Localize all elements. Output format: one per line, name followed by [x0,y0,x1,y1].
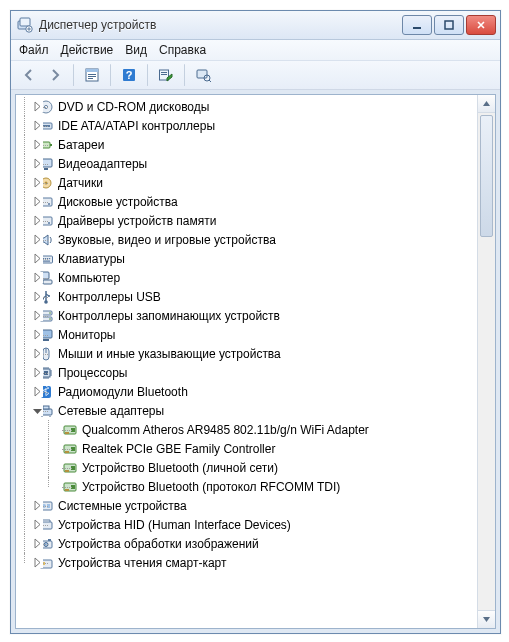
toolbar-scan-button[interactable] [154,64,178,86]
svg-rect-1 [20,18,30,26]
toolbar-help-button[interactable]: ? [117,64,141,86]
tree-item[interactable]: Видеоадаптеры [36,154,478,173]
close-button[interactable] [466,15,496,35]
tree-item[interactable]: Батареи [36,135,478,154]
tree-item-label: Драйверы устройств памяти [58,214,216,228]
expand-icon[interactable] [32,120,43,131]
tree-item[interactable]: Мониторы [36,325,478,344]
tree-item[interactable]: IDE ATA/ATAPI контроллеры [36,116,478,135]
scrollbar-up-button[interactable] [478,95,495,113]
expand-icon[interactable] [32,101,43,112]
minimize-button[interactable] [402,15,432,35]
svg-rect-7 [88,74,96,75]
tree-item[interactable]: Компьютер [36,268,478,287]
toolbar-separator [184,64,185,86]
scrollbar-thumb[interactable] [480,115,493,237]
tree-node-smartcard: Устройства чтения смарт-карт [22,553,478,572]
expand-icon[interactable] [32,177,43,188]
nic-icon [62,422,78,438]
expand-icon[interactable] [32,367,43,378]
toolbar-separator [73,64,74,86]
tree-item-label: Устройства чтения смарт-карт [58,556,226,570]
tree-item[interactable]: Датчики [36,173,478,192]
svg-rect-63 [71,466,75,470]
menu-file[interactable]: Файл [19,43,49,57]
tree-item[interactable]: Устройства чтения смарт-карт [36,553,478,572]
expand-icon[interactable] [32,139,43,150]
window-title: Диспетчер устройств [39,18,402,32]
toolbar-show-hidden-button[interactable] [191,64,215,86]
svg-rect-24 [44,168,48,170]
svg-rect-34 [45,258,46,259]
expand-icon[interactable] [32,310,43,321]
tree-item[interactable]: Сетевые адаптеры [36,401,478,420]
scrollbar-track[interactable] [478,113,495,610]
scrollbar-down-button[interactable] [478,610,495,628]
tree-item[interactable]: Звуковые, видео и игровые устройства [36,230,478,249]
device-tree[interactable]: DVD и CD-ROM дисководыIDE ATA/ATAPI конт… [16,95,478,576]
tree-item[interactable]: Драйверы устройств памяти [36,211,478,230]
tree-item-label: Устройство Bluetooth (личной сети) [82,461,278,475]
tree-node-disk: Дисковые устройства [22,192,478,211]
collapse-icon[interactable] [32,405,43,416]
expand-icon[interactable] [32,500,43,511]
tree-node-battery: Батареи [22,135,478,154]
tree-scroll-viewport[interactable]: DVD и CD-ROM дисководыIDE ATA/ATAPI конт… [16,95,478,628]
expand-icon[interactable] [32,196,43,207]
svg-rect-60 [71,447,75,451]
tree-item[interactable]: Устройства HID (Human Interface Devices) [36,515,478,534]
tree-item-label: Мыши и иные указывающие устройства [58,347,281,361]
tree-item-label: Дисковые устройства [58,195,178,209]
expand-icon[interactable] [32,348,43,359]
expand-icon[interactable] [32,538,43,549]
expand-icon[interactable] [32,329,43,340]
tree-item[interactable]: Системные устройства [36,496,478,515]
device-manager-window: Диспетчер устройств Файл Действие Вид Сп… [10,10,501,634]
tree-node-mouse: Мыши и иные указывающие устройства [22,344,478,363]
svg-point-46 [49,318,51,320]
expand-icon[interactable] [32,158,43,169]
tree-item[interactable]: Устройства обработки изображений [36,534,478,553]
toolbar-forward-button[interactable] [43,64,67,86]
svg-rect-6 [86,69,98,72]
tree-item[interactable]: Контроллеры USB [36,287,478,306]
tree-item-label: Звуковые, видео и игровые устройства [58,233,276,247]
tree-item[interactable]: Устройство Bluetooth (личной сети) [60,458,478,477]
tree-item[interactable]: Контроллеры запоминающих устройств [36,306,478,325]
tree-item-label: Процессоры [58,366,128,380]
tree-item[interactable]: Клавиатуры [36,249,478,268]
svg-rect-39 [43,280,52,284]
tree-node-btradio: Радиомодули Bluetooth [22,382,478,401]
tree-node-hid: Устройства HID (Human Interface Devices) [22,515,478,534]
expand-icon[interactable] [32,253,43,264]
expand-icon[interactable] [32,519,43,530]
tree-item[interactable]: Realtek PCIe GBE Family Controller [60,439,478,458]
menu-view[interactable]: Вид [125,43,147,57]
expand-icon[interactable] [32,234,43,245]
expand-icon[interactable] [32,557,43,568]
maximize-button[interactable] [434,15,464,35]
vertical-scrollbar[interactable] [477,95,495,628]
expand-icon[interactable] [32,386,43,397]
menu-help[interactable]: Справка [159,43,206,57]
tree-item[interactable]: Дисковые устройства [36,192,478,211]
tree-item[interactable]: Радиомодули Bluetooth [36,382,478,401]
tree-item[interactable]: Устройство Bluetooth (протокол RFCOMM TD… [60,477,478,496]
toolbar-back-button[interactable] [17,64,41,86]
nic-icon [62,441,78,457]
svg-rect-51 [42,369,50,377]
menu-action[interactable]: Действие [61,43,114,57]
tree-node-storage: Контроллеры запоминающих устройств [22,306,478,325]
tree-node-memdrv: Драйверы устройств памяти [22,211,478,230]
tree-item-label: Системные устройства [58,499,187,513]
client-area: DVD и CD-ROM дисководыIDE ATA/ATAPI конт… [11,90,500,633]
tree-item[interactable]: DVD и CD-ROM дисководы [36,97,478,116]
tree-item[interactable]: Qualcomm Atheros AR9485 802.11b/g/n WiFi… [60,420,478,439]
tree-node-net-btrf: Устройство Bluetooth (протокол RFCOMM TD… [46,477,478,496]
expand-icon[interactable] [32,215,43,226]
tree-item[interactable]: Процессоры [36,363,478,382]
expand-icon[interactable] [32,272,43,283]
tree-item[interactable]: Мыши и иные указывающие устройства [36,344,478,363]
expand-icon[interactable] [32,291,43,302]
toolbar-properties-button[interactable] [80,64,104,86]
